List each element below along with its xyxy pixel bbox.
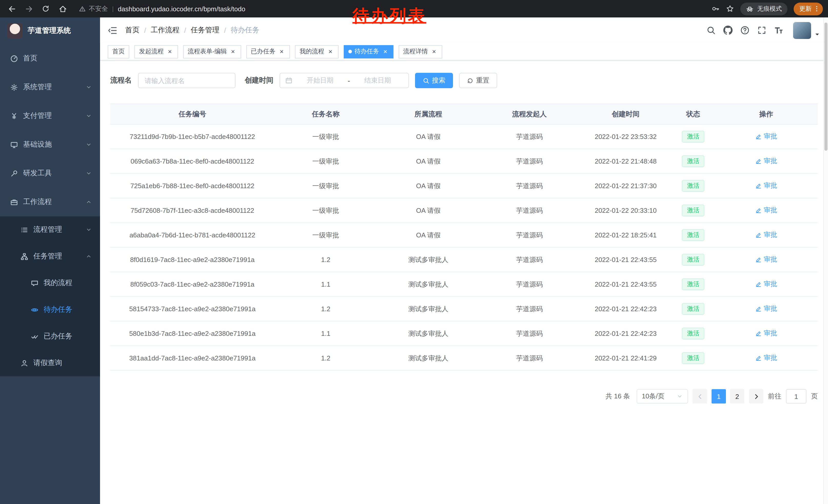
- reset-button[interactable]: 重置: [459, 73, 497, 88]
- sidebar-item-home[interactable]: 首页: [0, 44, 100, 73]
- sidebar-item-done-tasks[interactable]: 已办任务: [0, 323, 100, 350]
- close-icon[interactable]: ×: [166, 48, 173, 55]
- filter-bar: 流程名 创建时间 开始日期 - 结束日期 搜索 重: [110, 73, 818, 88]
- page-size-select[interactable]: 10条/页: [637, 389, 688, 404]
- cell-task-name: 1.1: [275, 272, 377, 296]
- sidebar-item-process-mgmt[interactable]: 流程管理: [0, 216, 100, 243]
- sidebar-item-todo-tasks[interactable]: 待办任务: [0, 296, 100, 323]
- approve-link[interactable]: 审批: [755, 206, 777, 215]
- caret-down-icon: [814, 31, 820, 37]
- tags-bar: 首页发起流程×流程表单-编辑×已办任务×我的流程×待办任务×流程详情×: [100, 43, 828, 60]
- bookmark-star-icon[interactable]: [726, 5, 734, 13]
- update-button[interactable]: 更新: [794, 2, 823, 15]
- process-name-input[interactable]: [138, 73, 236, 88]
- close-icon[interactable]: ×: [229, 48, 237, 55]
- forward-button[interactable]: [22, 2, 35, 15]
- sidebar-item-label: 支付管理: [23, 111, 52, 121]
- goto-page-input[interactable]: [786, 389, 806, 404]
- cell-task-id: 8f0d1619-7ac8-11ec-a9e2-a2380e71991a: [110, 247, 275, 272]
- cell-initiator: 芋道源码: [480, 346, 579, 370]
- approve-link[interactable]: 审批: [755, 132, 777, 141]
- page-button-1[interactable]: 1: [711, 389, 726, 404]
- fullscreen-icon[interactable]: [757, 26, 767, 35]
- search-button[interactable]: 搜索: [415, 73, 453, 88]
- date-range-picker[interactable]: 开始日期 - 结束日期: [280, 73, 409, 88]
- scrollbar-thumb[interactable]: [824, 22, 827, 151]
- prev-page-button[interactable]: [693, 389, 707, 404]
- home-icon: [58, 4, 67, 13]
- cell-task-name: 一级审批: [275, 149, 377, 174]
- sidebar-item-dev-tools[interactable]: 研发工具: [0, 159, 100, 188]
- table-header-row: 任务编号任务名称所属流程流程发起人创建时间状态操作: [110, 104, 818, 124]
- sidebar-item-my-process[interactable]: 我的流程: [0, 270, 100, 296]
- approve-link[interactable]: 审批: [755, 230, 777, 240]
- edit-icon: [755, 183, 762, 189]
- chevron-left-icon: [696, 393, 703, 400]
- approve-link[interactable]: 审批: [755, 255, 777, 264]
- approve-link[interactable]: 审批: [755, 304, 777, 314]
- approve-link[interactable]: 审批: [755, 354, 777, 363]
- breadcrumb-item[interactable]: 首页: [125, 26, 139, 35]
- app-logo-image: [7, 23, 23, 39]
- approve-link[interactable]: 审批: [755, 329, 777, 338]
- approve-link[interactable]: 审批: [755, 156, 777, 166]
- breadcrumb-item[interactable]: 任务管理: [191, 26, 219, 35]
- breadcrumb-item[interactable]: 工作流程: [151, 26, 179, 35]
- security-status[interactable]: 不安全: [79, 4, 108, 13]
- status-badge: 激活: [682, 180, 705, 192]
- close-icon[interactable]: ×: [430, 48, 438, 55]
- github-icon[interactable]: [723, 26, 733, 35]
- sidebar-item-leave-query[interactable]: 请假查询: [0, 350, 100, 376]
- sidebar-item-label: 待办任务: [44, 305, 72, 314]
- sidebar-item-payment[interactable]: 支付管理: [0, 101, 100, 130]
- address-bar[interactable]: 不安全 | dashboard.yudao.iocoder.cn/bpm/tas…: [79, 4, 245, 13]
- table-row: 069c6a63-7b8a-11ec-8ef0-acde48001122一级审批…: [110, 149, 818, 174]
- chevron-up-icon: [86, 253, 92, 260]
- help-icon[interactable]: [740, 26, 749, 35]
- back-icon: [7, 4, 16, 13]
- next-page-button[interactable]: [749, 389, 763, 404]
- kebab-menu-icon[interactable]: [813, 5, 820, 12]
- cell-create-time: 2022-01-21 22:43:55: [579, 247, 672, 272]
- list-icon: [20, 226, 28, 234]
- tab-process-detail[interactable]: 流程详情×: [399, 45, 442, 58]
- user-menu[interactable]: [793, 22, 820, 39]
- close-icon[interactable]: ×: [382, 48, 389, 55]
- password-key-icon[interactable]: [711, 5, 720, 13]
- sidebar-collapse-button[interactable]: [108, 26, 118, 35]
- tab-start-process[interactable]: 发起流程×: [134, 45, 178, 58]
- sidebar-item-task-mgmt[interactable]: 任务管理: [0, 243, 100, 270]
- sidebar-item-workflow[interactable]: 工作流程: [0, 188, 100, 216]
- tab-form-edit[interactable]: 流程表单-编辑×: [183, 45, 241, 58]
- tab-todo-tasks[interactable]: 待办任务×: [344, 45, 394, 58]
- process-name-label: 流程名: [110, 76, 132, 85]
- close-icon[interactable]: ×: [327, 48, 334, 55]
- edit-icon: [755, 330, 762, 337]
- tab-home[interactable]: 首页: [108, 45, 129, 58]
- page-content: 流程名 创建时间 开始日期 - 结束日期 搜索 重: [100, 60, 828, 504]
- tab-label: 我的流程: [300, 47, 324, 56]
- app-logo[interactable]: 芋道管理系统: [0, 17, 100, 44]
- table-row: 58154733-7ac8-11ec-a9e2-a2380e71991a1.2测…: [110, 296, 818, 321]
- approve-link[interactable]: 审批: [755, 280, 777, 289]
- sidebar-item-system[interactable]: 系统管理: [0, 73, 100, 101]
- back-button[interactable]: [5, 2, 18, 15]
- sidebar-item-infrastructure[interactable]: 基础设施: [0, 130, 100, 159]
- tab-done-tasks[interactable]: 已办任务×: [246, 45, 290, 58]
- sidebar-item-label: 任务管理: [33, 252, 62, 261]
- cell-process: 测试多审批人: [377, 272, 480, 296]
- tab-my-process[interactable]: 我的流程×: [295, 45, 339, 58]
- edit-icon: [755, 158, 762, 165]
- search-icon[interactable]: [706, 26, 716, 35]
- approve-link[interactable]: 审批: [755, 181, 777, 190]
- scrollbar[interactable]: [823, 17, 828, 504]
- home-button[interactable]: [56, 2, 69, 15]
- gear-icon: [10, 83, 18, 91]
- font-size-icon[interactable]: [774, 26, 783, 35]
- close-icon[interactable]: ×: [278, 48, 285, 55]
- reload-button[interactable]: [39, 2, 52, 15]
- avatar[interactable]: [793, 22, 811, 39]
- status-badge: 激活: [682, 254, 705, 266]
- monitor-icon: [10, 141, 18, 148]
- page-button-2[interactable]: 2: [730, 389, 744, 404]
